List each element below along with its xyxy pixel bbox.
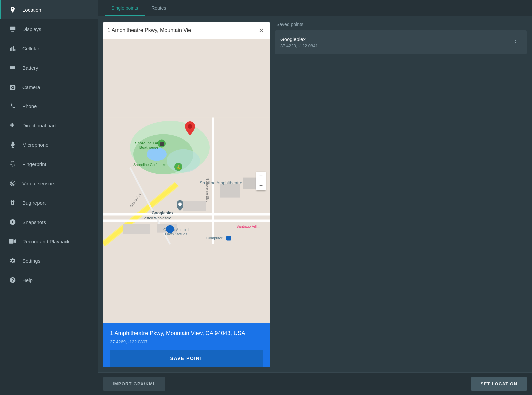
- sidebar-item-fingerprint[interactable]: Fingerprint: [0, 154, 98, 174]
- search-input[interactable]: [107, 27, 255, 33]
- sidebar-item-label: Record and Playback: [22, 239, 70, 244]
- sidebar-item-directional-pad[interactable]: Directional pad: [0, 116, 98, 135]
- svg-rect-27: [183, 201, 206, 211]
- tab-routes[interactable]: Routes: [145, 0, 173, 16]
- bug-icon: [9, 199, 16, 206]
- sidebar-item-phone[interactable]: Phone: [0, 97, 98, 116]
- sidebar-item-microphone[interactable]: Microphone: [0, 135, 98, 154]
- sidebar-item-label: Battery: [22, 65, 38, 71]
- search-bar: ✕: [103, 22, 270, 39]
- sidebar-item-snapshots[interactable]: Snapshots: [0, 212, 98, 232]
- svg-rect-2: [11, 31, 14, 32]
- location-icon: [9, 6, 16, 13]
- sidebar-item-label: Bug report: [22, 200, 46, 206]
- map-svg: Garcia Ave N Shoreline Blvd Shoreline La…: [103, 39, 270, 323]
- address-card: 1 Amphitheatre Pkwy, Mountain View, CA 9…: [103, 323, 270, 367]
- camera-icon: [9, 83, 16, 91]
- sidebar-item-label: Microphone: [22, 142, 48, 148]
- sidebar-item-label: Help: [22, 277, 33, 283]
- location-pin: [185, 121, 195, 135]
- svg-text:Shoreline Golf Links: Shoreline Golf Links: [133, 163, 166, 167]
- saved-points-list: Googleplex37.4220, -122.0841⋮: [275, 30, 527, 54]
- saved-item-info: Googleplex37.4220, -122.0841: [280, 36, 509, 48]
- svg-point-11: [12, 183, 13, 184]
- address-text: 1 Amphitheatre Pkwy, Mountain View, CA 9…: [110, 329, 263, 337]
- svg-rect-25: [123, 224, 150, 234]
- tab-single-points[interactable]: Single points: [105, 0, 145, 16]
- zoom-in-button[interactable]: +: [256, 172, 266, 181]
- help-icon: [9, 276, 16, 284]
- content-area: ✕: [98, 16, 532, 372]
- sidebar-item-label: Virtual sensors: [22, 181, 55, 186]
- sidebar-item-label: Directional pad: [22, 123, 56, 128]
- saved-points-panel: Saved points Googleplex37.4220, -122.084…: [275, 22, 527, 367]
- svg-text:⬛: ⬛: [160, 142, 165, 146]
- map-container[interactable]: Garcia Ave N Shoreline Blvd Shoreline La…: [103, 39, 270, 323]
- search-clear-button[interactable]: ✕: [257, 25, 266, 36]
- dpad-icon: [9, 122, 16, 129]
- saved-points-title: Saved points: [275, 22, 527, 27]
- map-panel: ✕: [103, 22, 270, 367]
- record-icon: [9, 238, 16, 245]
- saved-point-item[interactable]: Googleplex37.4220, -122.0841⋮: [275, 30, 527, 54]
- svg-text:Costco Wholesale: Costco Wholesale: [142, 216, 171, 220]
- sidebar-item-label: Settings: [22, 258, 40, 264]
- svg-text:Sh: Sh: [200, 180, 205, 185]
- sidebar-item-label: Fingerprint: [22, 161, 46, 167]
- sidebar-item-bug-report[interactable]: Bug report: [0, 193, 98, 212]
- svg-rect-48: [226, 236, 231, 241]
- sidebar-item-settings[interactable]: Settings: [0, 251, 98, 270]
- svg-text:Googleplex: Googleplex: [152, 211, 174, 215]
- address-coordinates: 37.4269, -122.0807: [110, 339, 263, 344]
- cellular-icon: [9, 45, 16, 52]
- import-button[interactable]: IMPORT GPX/KML: [103, 377, 165, 391]
- svg-text:eline Amphitheatre: eline Amphitheatre: [206, 180, 242, 185]
- svg-text:⛳: ⛳: [176, 165, 181, 170]
- svg-point-47: [166, 225, 174, 233]
- svg-point-46: [178, 203, 182, 206]
- sidebar-item-label: Camera: [22, 84, 40, 90]
- saved-item-menu-button[interactable]: ⋮: [509, 37, 521, 48]
- sidebar-item-label: Phone: [22, 103, 37, 109]
- sidebar-item-label: Cellular: [22, 46, 39, 51]
- sidebar-item-camera[interactable]: Camera: [0, 77, 98, 97]
- sidebar: LocationDisplaysCellularBatteryCameraPho…: [0, 0, 98, 395]
- svg-rect-1: [12, 31, 14, 32]
- svg-point-49: [188, 124, 192, 129]
- sidebar-item-label: Location: [22, 7, 41, 13]
- svg-text:Computer: Computer: [206, 236, 223, 240]
- svg-rect-0: [10, 27, 15, 30]
- microphone-icon: [9, 141, 16, 148]
- virtual-sensors-icon: [9, 180, 16, 187]
- svg-point-28: [167, 149, 200, 173]
- svg-rect-12: [9, 239, 14, 244]
- svg-rect-23: [220, 184, 240, 198]
- bottom-bar: IMPORT GPX/KML SET LOCATION: [98, 372, 532, 395]
- svg-point-16: [147, 148, 167, 161]
- svg-text:Boathouse: Boathouse: [139, 145, 158, 149]
- svg-text:Santiago Vill...: Santiago Vill...: [236, 224, 260, 228]
- displays-icon: [9, 25, 16, 33]
- sidebar-item-help[interactable]: Help: [0, 270, 98, 290]
- sidebar-item-virtual-sensors[interactable]: Virtual sensors: [0, 174, 98, 193]
- tab-bar: Single pointsRoutes: [98, 0, 532, 16]
- sidebar-item-battery[interactable]: Battery: [0, 58, 98, 77]
- fingerprint-icon: [9, 160, 16, 168]
- sidebar-item-cellular[interactable]: Cellular: [0, 39, 98, 58]
- svg-rect-5: [15, 67, 15, 68]
- sidebar-item-label: Snapshots: [22, 219, 46, 225]
- svg-rect-4: [11, 67, 13, 68]
- zoom-out-button[interactable]: −: [256, 181, 266, 190]
- sidebar-item-displays[interactable]: Displays: [0, 19, 98, 39]
- svg-text:Shoreline Lake: Shoreline Lake: [135, 141, 161, 145]
- battery-icon: [9, 64, 16, 71]
- set-location-button[interactable]: SET LOCATION: [471, 377, 527, 391]
- snapshots-icon: [9, 218, 16, 226]
- saved-item-name: Googleplex: [280, 36, 509, 42]
- main-content: Single pointsRoutes ✕: [98, 0, 532, 395]
- sidebar-item-label: Displays: [22, 26, 41, 32]
- save-point-button[interactable]: SAVE POINT: [110, 350, 263, 367]
- sidebar-item-record-playback[interactable]: Record and Playback: [0, 232, 98, 251]
- sidebar-item-location[interactable]: Location: [0, 0, 98, 19]
- zoom-controls: + −: [256, 172, 266, 190]
